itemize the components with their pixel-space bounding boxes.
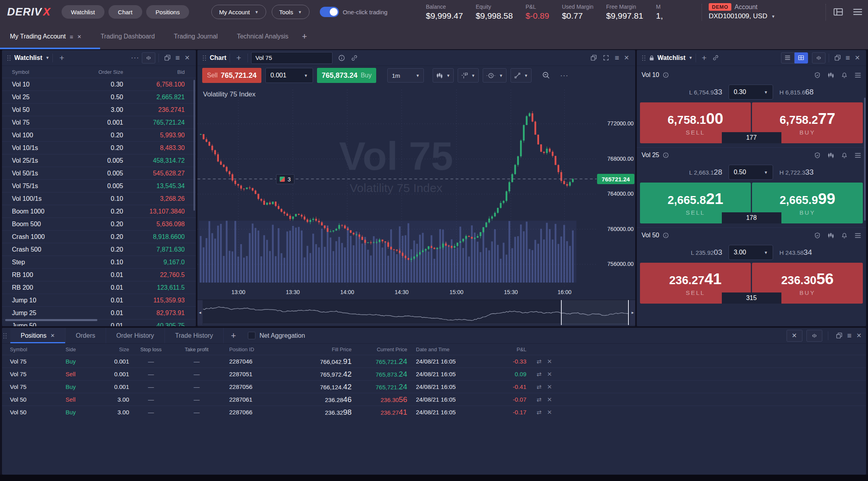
column-date-time[interactable]: Date and Time: [407, 346, 487, 352]
watchlist-row[interactable]: Vol 1000.205,993.90: [2, 129, 196, 141]
more-options-icon[interactable]: ···: [129, 54, 142, 62]
crosshair-order-select[interactable]: ▼: [458, 68, 479, 83]
watchlist-row[interactable]: Vol 100/1s0.103,268.26: [2, 192, 196, 205]
add-symbol-button[interactable]: +: [56, 53, 67, 63]
drag-handle-icon[interactable]: [642, 55, 646, 61]
info-icon[interactable]: [338, 54, 345, 62]
close-panel-icon[interactable]: ✕: [183, 54, 192, 62]
watchlist-row[interactable]: Jump 100.01115,359.93: [2, 294, 196, 306]
my-account-menu[interactable]: My Account ▼: [211, 5, 266, 19]
alert-icon[interactable]: [841, 232, 848, 239]
watchlist-row[interactable]: RB 2000.01123,611.5: [2, 281, 196, 294]
position-row[interactable]: Vol 75Buy0.001——2287046766,042.91765,721…: [2, 355, 866, 367]
close-position-icon[interactable]: ✕: [547, 383, 552, 391]
position-row[interactable]: Vol 75Sell0.001——2287051765,972.42765,87…: [2, 367, 866, 380]
add-tab-button[interactable]: +: [231, 331, 236, 341]
quantity-select[interactable]: 0.30▼: [729, 85, 773, 100]
tab-orders[interactable]: Orders: [66, 328, 106, 343]
time-display-select[interactable]: ▼: [483, 68, 506, 83]
open-positions-badge[interactable]: 3: [276, 174, 294, 184]
tab-trade-history[interactable]: Trade History: [165, 328, 224, 343]
column-fill-price[interactable]: Fill Price: [292, 346, 352, 352]
add-chart-button[interactable]: +: [233, 53, 244, 63]
close-panel-icon[interactable]: ✕: [853, 54, 862, 62]
watchlist-row[interactable]: Step0.109,167.0: [2, 256, 196, 268]
duplicate-panel-icon[interactable]: [588, 54, 600, 61]
watchlist-row[interactable]: Boom 5000.205,636.098: [2, 217, 196, 230]
watchlist-row[interactable]: Boom 10000.2013,107.3840: [2, 205, 196, 217]
close-all-button[interactable]: ✕: [787, 330, 802, 342]
duplicate-panel-icon[interactable]: [832, 54, 843, 61]
reverse-position-icon[interactable]: ⇄: [536, 409, 541, 416]
expand-panel-icon[interactable]: [806, 330, 822, 342]
link-icon[interactable]: [709, 54, 722, 61]
expand-panel-icon[interactable]: [812, 52, 825, 63]
instrument-menu-icon[interactable]: [854, 233, 861, 239]
close-position-icon[interactable]: ✕: [547, 396, 552, 403]
tab-my-trading-account[interactable]: My Trading Account ≡ ✕: [0, 24, 91, 49]
panel-menu-icon[interactable]: ≡: [612, 54, 622, 62]
tab-order-history[interactable]: Order History: [106, 328, 165, 343]
tab-trading-dashboard[interactable]: Trading Dashboard: [91, 24, 164, 49]
chart-button[interactable]: Chart: [108, 5, 142, 19]
chart-more-options-icon[interactable]: ···: [560, 71, 568, 80]
watchlist-panel-title[interactable]: Watchlist ▼: [649, 54, 692, 62]
watchlist-row[interactable]: Vol 25/1s0.005458,314.72: [2, 154, 196, 167]
column-size[interactable]: Size: [101, 346, 129, 352]
alert-icon[interactable]: [841, 152, 848, 159]
close-position-icon[interactable]: ✕: [547, 409, 552, 416]
horizontal-scrollbar[interactable]: [5, 319, 97, 321]
navigator-left-arrow[interactable]: ◂: [197, 300, 203, 325]
vertical-scrollbar[interactable]: [864, 98, 866, 221]
add-symbol-button[interactable]: +: [699, 53, 709, 63]
position-row[interactable]: Vol 50Buy3.00——2287066236.3298236.274124…: [2, 406, 866, 418]
column-bid[interactable]: Bid: [123, 69, 185, 75]
protection-icon[interactable]: [814, 72, 821, 79]
watchlist-panel-title[interactable]: Watchlist ▼: [14, 54, 49, 62]
watchlist-row[interactable]: Crash 5000.207,871.630: [2, 243, 196, 256]
close-position-icon[interactable]: ✕: [547, 358, 552, 365]
watchlist-row[interactable]: Vol 10/1s0.208,483.30: [2, 141, 196, 154]
panel-menu-icon[interactable]: ≡: [173, 54, 183, 62]
navigator-selection[interactable]: [561, 300, 629, 325]
account-selector[interactable]: DXD1001009, USD ▼: [709, 12, 775, 20]
net-aggregation-checkbox[interactable]: [248, 332, 255, 339]
column-position-id[interactable]: Position ID: [220, 346, 292, 352]
drawing-tool-select[interactable]: ▼: [510, 68, 532, 83]
list-view-icon[interactable]: [781, 52, 795, 63]
one-click-trading-toggle[interactable]: [320, 7, 339, 17]
watchlist-row[interactable]: Vol 50/1s0.005545,628.27: [2, 167, 196, 179]
position-row[interactable]: Vol 75Buy0.001——2287056766,124.42765,721…: [2, 380, 866, 393]
tab-close-icon[interactable]: ✕: [50, 333, 55, 339]
chart-type-select[interactable]: ▼: [433, 68, 454, 83]
protection-icon[interactable]: [814, 152, 821, 159]
watchlist-row[interactable]: Vol 75/1s0.00513,545.34: [2, 179, 196, 192]
menu-icon[interactable]: [853, 8, 863, 16]
positions-button[interactable]: Positions: [146, 5, 189, 19]
column-stop-loss[interactable]: Stop loss: [129, 346, 173, 352]
info-icon[interactable]: [663, 152, 669, 158]
candlestick-chart[interactable]: [197, 90, 635, 288]
reverse-position-icon[interactable]: ⇄: [536, 383, 541, 391]
watchlist-row[interactable]: Vol 100.306,758.100: [2, 78, 196, 90]
column-current-price[interactable]: Current Price: [352, 346, 407, 352]
watchlist-row[interactable]: Jump 250.0182,973.91: [2, 306, 196, 319]
drag-handle-icon[interactable]: [7, 55, 11, 61]
zoom-out-icon[interactable]: [539, 68, 554, 83]
info-icon[interactable]: [663, 72, 669, 78]
symbol-input[interactable]: [251, 52, 333, 64]
open-chart-icon[interactable]: [827, 152, 834, 159]
tab-trading-journal[interactable]: Trading Journal: [164, 24, 228, 49]
timeframe-select[interactable]: 1m ▼: [387, 68, 424, 83]
watchlist-row[interactable]: Vol 250.502,665.821: [2, 90, 196, 103]
column-order-size[interactable]: Order Size: [81, 69, 123, 75]
layout-icon[interactable]: [833, 6, 844, 17]
grid-view-icon[interactable]: [795, 52, 808, 63]
close-panel-icon[interactable]: ✕: [622, 54, 631, 62]
duplicate-panel-icon[interactable]: [834, 332, 845, 339]
tab-technical-analysis[interactable]: Technical Analysis: [227, 24, 298, 49]
quantity-select[interactable]: 3.00▼: [729, 245, 773, 260]
reverse-position-icon[interactable]: ⇄: [536, 371, 541, 378]
open-chart-icon[interactable]: [827, 232, 834, 239]
column-pnl[interactable]: P&L: [487, 346, 526, 352]
